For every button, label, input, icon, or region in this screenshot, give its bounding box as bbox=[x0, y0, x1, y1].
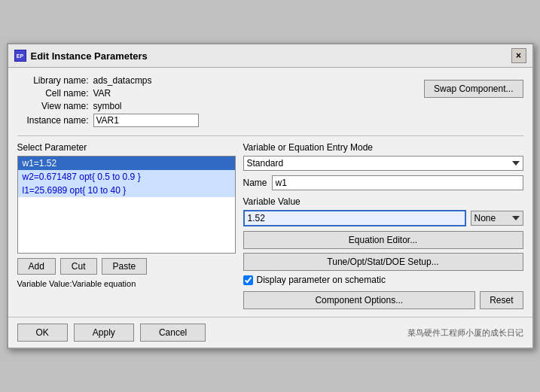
title-bar-left: EP Edit Instance Parameters bbox=[14, 50, 148, 62]
info-section: Library name: ads_datacmps Cell name: VA… bbox=[17, 75, 523, 129]
swap-section: Swap Component... bbox=[424, 75, 523, 98]
swap-component-button[interactable]: Swap Component... bbox=[424, 80, 523, 98]
main-section: Select Parameter w1=1.52 w2=0.671487 opt… bbox=[17, 135, 523, 309]
dialog-title: Edit Instance Parameters bbox=[31, 50, 148, 62]
title-bar: EP Edit Instance Parameters × bbox=[8, 44, 532, 68]
bottom-bar: OK Apply Cancel 菜鸟硬件工程师小厦的成长日记 bbox=[8, 317, 532, 348]
cancel-button[interactable]: Cancel bbox=[140, 324, 206, 342]
cell-value: VAR bbox=[93, 88, 111, 99]
cut-button[interactable]: Cut bbox=[60, 258, 97, 275]
apply-button[interactable]: Apply bbox=[74, 324, 134, 342]
name-input[interactable] bbox=[272, 175, 523, 190]
reset-button[interactable]: Reset bbox=[480, 291, 523, 309]
library-value: ads_datacmps bbox=[93, 75, 152, 86]
name-label: Name bbox=[243, 178, 267, 188]
display-checkbox-row: Display parameter on schematic bbox=[243, 275, 523, 285]
entry-mode-select[interactable]: Standard bbox=[243, 156, 523, 171]
param-buttons-row: Add Cut Paste bbox=[17, 258, 236, 275]
cell-label: Cell name: bbox=[17, 88, 89, 99]
dialog-icon: EP bbox=[14, 50, 26, 62]
view-value: symbol bbox=[93, 101, 122, 111]
add-button[interactable]: Add bbox=[17, 258, 56, 275]
var-note: Variable Value:Variable equation bbox=[17, 279, 236, 288]
right-panel: Variable or Equation Entry Mode Standard… bbox=[243, 142, 523, 309]
value-input[interactable] bbox=[243, 210, 466, 226]
tune-button[interactable]: Tune/Opt/Stat/DOE Setup... bbox=[243, 253, 523, 271]
watermark: 菜鸟硬件工程师小厦的成长日记 bbox=[407, 327, 523, 339]
view-row: View name: symbol bbox=[17, 101, 425, 111]
var-value-title: Variable Value bbox=[243, 196, 523, 207]
list-item[interactable]: w1=1.52 bbox=[18, 156, 235, 170]
display-checkbox[interactable] bbox=[243, 275, 253, 285]
library-label: Library name: bbox=[17, 75, 89, 86]
param-list[interactable]: w1=1.52 w2=0.671487 opt{ 0.5 to 0.9 } l1… bbox=[17, 156, 236, 254]
dialog-content: Library name: ads_datacmps Cell name: VA… bbox=[8, 68, 532, 317]
comp-reset-row: Component Options... Reset bbox=[243, 291, 523, 309]
view-label: View name: bbox=[17, 101, 89, 111]
list-item[interactable]: l1=25.6989 opt{ 10 to 40 } bbox=[18, 184, 235, 197]
list-item[interactable]: w2=0.671487 opt{ 0.5 to 0.9 } bbox=[18, 170, 235, 184]
instance-label: Instance name: bbox=[17, 115, 89, 126]
left-panel: Select Parameter w1=1.52 w2=0.671487 opt… bbox=[17, 142, 236, 309]
close-button[interactable]: × bbox=[511, 48, 526, 63]
library-row: Library name: ads_datacmps bbox=[17, 75, 425, 86]
cell-row: Cell name: VAR bbox=[17, 88, 425, 99]
edit-instance-dialog: EP Edit Instance Parameters × Library na… bbox=[7, 43, 534, 349]
instance-name-input[interactable] bbox=[93, 114, 199, 127]
entry-mode-row: Standard bbox=[243, 156, 523, 171]
instance-row: Instance name: bbox=[17, 114, 425, 127]
bottom-buttons: OK Apply Cancel bbox=[17, 324, 206, 342]
equation-editor-button[interactable]: Equation Editor... bbox=[243, 231, 523, 249]
entry-mode-title: Variable or Equation Entry Mode bbox=[243, 142, 523, 153]
name-row: Name bbox=[243, 175, 523, 190]
value-row: None bbox=[243, 210, 523, 226]
display-label: Display parameter on schematic bbox=[257, 275, 386, 285]
ok-button[interactable]: OK bbox=[17, 324, 68, 342]
none-select[interactable]: None bbox=[471, 211, 523, 226]
info-fields: Library name: ads_datacmps Cell name: VA… bbox=[17, 75, 425, 129]
component-options-button[interactable]: Component Options... bbox=[243, 291, 476, 309]
select-param-title: Select Parameter bbox=[17, 142, 236, 153]
paste-button[interactable]: Paste bbox=[102, 258, 148, 275]
